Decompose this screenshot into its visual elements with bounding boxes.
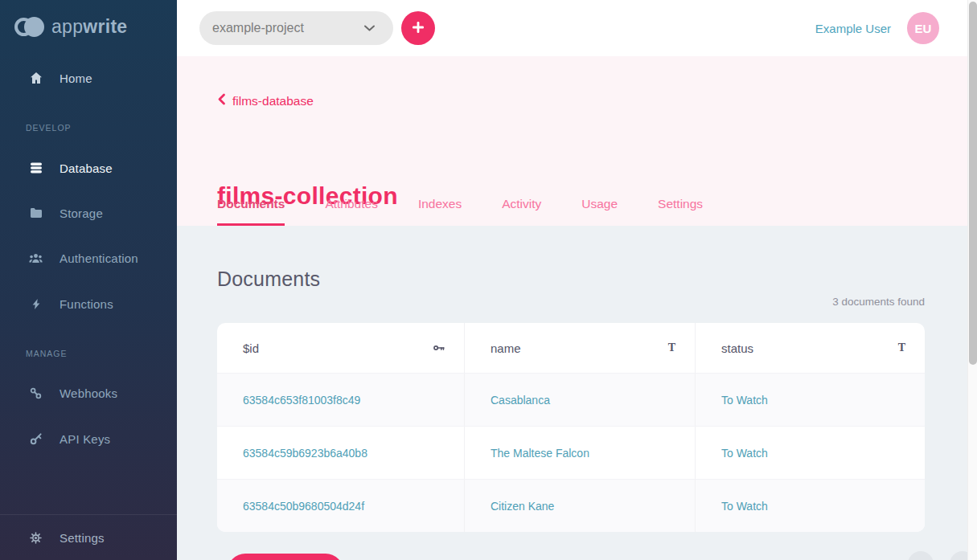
column-header-status: status T bbox=[695, 323, 925, 373]
key-icon bbox=[433, 341, 445, 355]
sidebar-item-label: Webhooks bbox=[60, 386, 117, 400]
appwrite-logo-text: appwrite bbox=[51, 16, 127, 38]
sidebar-section-develop: DEVELOP bbox=[26, 123, 72, 133]
cell-status: To Watch bbox=[695, 374, 925, 426]
sidebar-section-manage: MANAGE bbox=[26, 349, 68, 358]
main-area: example-project Example User EU films-da… bbox=[177, 0, 977, 560]
users-icon bbox=[29, 251, 43, 265]
project-selector[interactable]: example-project bbox=[199, 11, 393, 45]
folder-icon bbox=[29, 206, 43, 220]
home-icon bbox=[29, 72, 43, 85]
column-header-label: status bbox=[721, 341, 753, 355]
sidebar-item-webhooks[interactable]: Webhooks bbox=[29, 384, 117, 402]
column-header-label: name bbox=[491, 341, 521, 355]
sidebar-item-label: API Keys bbox=[60, 432, 110, 446]
table-row[interactable]: 63584c50b9680504d24f Citizen Kane To Wat… bbox=[217, 479, 925, 532]
sidebar-item-database[interactable]: Database bbox=[29, 159, 113, 177]
sidebar-item-label: Storage bbox=[60, 206, 103, 220]
tab-documents[interactable]: Documents bbox=[217, 197, 285, 226]
add-document-button[interactable] bbox=[228, 554, 343, 560]
sidebar-item-functions[interactable]: Functions bbox=[29, 295, 113, 313]
sidebar-item-api-keys[interactable]: API Keys bbox=[29, 430, 110, 448]
create-new-button[interactable] bbox=[401, 11, 435, 45]
page-scrollbar bbox=[967, 0, 977, 560]
tab-bar: Documents Attributes Indexes Activity Us… bbox=[217, 197, 703, 226]
appwrite-logo[interactable]: appwrite bbox=[14, 16, 127, 38]
cell-name: The Maltese Falcon bbox=[464, 427, 695, 479]
database-icon bbox=[29, 161, 43, 175]
sidebar-divider bbox=[0, 514, 177, 515]
collection-header-zone: films-database films-collection Document… bbox=[177, 56, 977, 226]
column-header-name: name T bbox=[464, 323, 695, 373]
table-row[interactable]: 63584c59b6923b6a40b8 The Maltese Falcon … bbox=[217, 426, 925, 479]
column-header-label: $id bbox=[243, 341, 259, 355]
chain-link-icon bbox=[29, 386, 43, 400]
breadcrumb[interactable]: films-database bbox=[217, 93, 314, 108]
documents-table: $id name T status T 63584c653f81003f8c49… bbox=[217, 323, 925, 532]
table-header-row: $id name T status T bbox=[217, 323, 925, 373]
appwrite-logo-icon bbox=[14, 17, 44, 37]
lightning-icon bbox=[29, 297, 43, 311]
documents-heading: Documents bbox=[217, 268, 320, 291]
sidebar-item-label: Home bbox=[60, 72, 92, 85]
cell-status: To Watch bbox=[695, 480, 925, 532]
sidebar-item-label: Settings bbox=[60, 531, 105, 545]
sidebar-item-label: Authentication bbox=[60, 251, 138, 265]
sidebar-item-authentication[interactable]: Authentication bbox=[29, 249, 138, 267]
sidebar-item-label: Database bbox=[60, 161, 113, 175]
cell-document-id: 63584c653f81003f8c49 bbox=[217, 374, 464, 426]
gear-icon bbox=[29, 531, 43, 545]
breadcrumb-label: films-database bbox=[232, 94, 314, 108]
tab-indexes[interactable]: Indexes bbox=[418, 197, 462, 226]
user-area: Example User EU bbox=[815, 12, 939, 44]
chevron-down-icon bbox=[363, 21, 376, 35]
tab-settings[interactable]: Settings bbox=[658, 197, 703, 226]
cell-document-id: 63584c59b6923b6a40b8 bbox=[217, 427, 464, 479]
cell-name: Citizen Kane bbox=[464, 480, 695, 532]
sidebar: appwrite Home DEVELOP Database Storage A… bbox=[0, 0, 177, 560]
column-header-id: $id bbox=[217, 323, 464, 373]
topbar: example-project Example User EU bbox=[177, 0, 977, 56]
scrollbar-thumb[interactable] bbox=[969, 2, 977, 365]
chevron-left-icon bbox=[217, 93, 226, 108]
cell-document-id: 63584c50b9680504d24f bbox=[217, 480, 464, 532]
cell-name: Casablanca bbox=[464, 374, 695, 426]
documents-zone: Documents 3 documents found $id name T s… bbox=[177, 226, 977, 560]
table-row[interactable]: 63584c653f81003f8c49 Casablanca To Watch bbox=[217, 373, 925, 426]
user-name[interactable]: Example User bbox=[815, 22, 891, 35]
sidebar-item-settings[interactable]: Settings bbox=[29, 529, 105, 546]
tab-attributes[interactable]: Attributes bbox=[325, 197, 377, 226]
project-selector-value: example-project bbox=[212, 21, 304, 35]
tab-usage[interactable]: Usage bbox=[581, 197, 618, 226]
plus-icon bbox=[411, 20, 425, 37]
avatar[interactable]: EU bbox=[907, 12, 939, 44]
pagination-prev-button[interactable] bbox=[908, 551, 934, 560]
sidebar-item-storage[interactable]: Storage bbox=[29, 204, 103, 222]
tab-activity[interactable]: Activity bbox=[502, 197, 541, 226]
key-icon bbox=[29, 432, 43, 446]
documents-count: 3 documents found bbox=[832, 296, 925, 308]
cell-status: To Watch bbox=[695, 427, 925, 479]
sidebar-item-label: Functions bbox=[60, 297, 113, 311]
text-type-icon: T bbox=[668, 341, 675, 354]
text-type-icon: T bbox=[898, 341, 905, 354]
sidebar-item-home[interactable]: Home bbox=[29, 69, 92, 87]
